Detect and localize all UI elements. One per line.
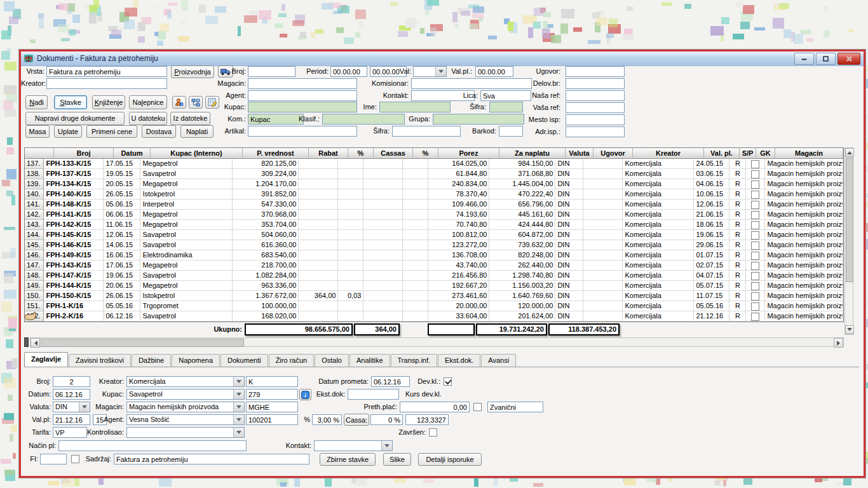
cell-p-vrednost[interactable]: 963.336,00 (233, 281, 299, 291)
cassa-button[interactable]: Cassa: (344, 414, 369, 426)
cell-broj[interactable]: FPH-137-K/15 (44, 169, 104, 179)
gk-checkbox[interactable] (751, 262, 759, 270)
cell-kreator[interactable]: Komercijala (623, 200, 694, 210)
cell-kreator[interactable]: Komercijala (623, 261, 694, 271)
val-combo[interactable] (413, 66, 447, 77)
ugovor-input[interactable] (566, 66, 625, 77)
cell-datum[interactable]: 06.12.16 (104, 311, 140, 322)
nalepnice-button[interactable]: Nalepnice (129, 95, 167, 109)
cell-sp[interactable]: R (729, 281, 746, 291)
header-gk[interactable]: GK (756, 148, 775, 159)
cell-val-pl[interactable]: 19.06.15 (694, 230, 729, 240)
cell-magacin[interactable]: Magacin hemijskih proizvoda (765, 189, 843, 200)
vrsta-input[interactable] (46, 66, 167, 77)
nasa-ref-input[interactable] (566, 90, 625, 101)
cell-val-pl[interactable]: 11.07.15 (694, 291, 729, 301)
cell-kreator[interactable]: Komercijala (623, 210, 694, 220)
cell-magacin[interactable]: Magacin hemijskih proizvoda (765, 250, 843, 261)
cell-cassas[interactable] (363, 200, 403, 210)
detail-kreator-combo[interactable]: Komercijala (126, 376, 245, 387)
detail-magacin-combo[interactable]: Magacin hemijskih proizvoda (126, 402, 245, 412)
scroll-left-button[interactable] (31, 338, 40, 348)
cell-za-naplatu[interactable]: 445.161,60 (489, 210, 555, 220)
row-number[interactable]: 151. (25, 301, 44, 311)
detail-valpl-input[interactable] (53, 414, 90, 425)
cell-sp[interactable]: R (729, 250, 746, 261)
cell-p-vrednost[interactable]: 1.204.170,00 (233, 179, 299, 189)
cell-magacin[interactable]: Magacin hemijskih proizvoda (765, 159, 843, 169)
header-rabat-pct[interactable]: % (348, 148, 374, 159)
naplati-button[interactable]: Naplati (180, 125, 214, 138)
cell-sp[interactable]: R (729, 240, 746, 250)
scroll-down-button[interactable] (845, 325, 854, 334)
cell-za-naplatu[interactable]: 604.872,00 (489, 230, 555, 240)
datum-prometa-input[interactable] (371, 376, 410, 387)
table-row[interactable]: 147. FPH-143-K/15 17.06.15 Megapetrol 21… (25, 261, 843, 271)
komisionar-input[interactable] (411, 78, 532, 89)
header-ugovor[interactable]: Ugovor (593, 148, 633, 159)
cell-cassas[interactable] (363, 220, 403, 230)
cell-kreator[interactable]: Komercijala (623, 311, 694, 322)
cell-cassas[interactable] (363, 261, 403, 271)
gk-checkbox[interactable] (751, 160, 759, 168)
cell-val-pl[interactable]: 29.06.15 (694, 240, 729, 250)
cell-porez[interactable]: 216.456,80 (428, 271, 489, 281)
tarifa-input[interactable] (53, 427, 87, 438)
table-row[interactable]: 146. FPH-149-K/15 16.06.15 Elektrodinami… (25, 250, 843, 261)
ekst-dok-input[interactable] (348, 389, 399, 400)
header-datum[interactable]: Datum (114, 148, 151, 159)
cell-gk[interactable] (746, 200, 765, 210)
cell-cassas-pct[interactable] (403, 281, 428, 291)
cell-valuta[interactable]: DIN (555, 189, 583, 200)
pct-input[interactable] (312, 414, 342, 425)
table-row[interactable]: 150. FPH-150-K/15 26.06.15 Istokpetrol 1… (25, 291, 843, 301)
cell-kreator[interactable]: Komercijala (623, 281, 694, 291)
cell-porez[interactable]: 240.834,00 (428, 179, 489, 189)
cell-rabat[interactable] (299, 301, 338, 311)
cell-broj[interactable]: FPH-2-K/16 (44, 311, 104, 322)
cell-valuta[interactable]: DIN (555, 281, 583, 291)
cell-kupac[interactable]: Megapetrol (140, 159, 233, 169)
pane-splitter-handle[interactable] (24, 337, 29, 347)
cell-za-naplatu[interactable]: 201.624,00 (489, 311, 555, 322)
cell-broj[interactable]: FPH-145-K/15 (44, 230, 104, 240)
dostava-button[interactable]: Dostava (142, 125, 176, 138)
gk-checkbox[interactable] (751, 272, 759, 280)
minimize-button[interactable] (794, 53, 814, 65)
cell-cassas-pct[interactable] (403, 159, 428, 169)
cell-ugovor[interactable] (583, 159, 623, 169)
cell-porez[interactable]: 43.740,00 (428, 261, 489, 271)
detail-tab[interactable]: Avansi (481, 354, 516, 367)
table-row[interactable]: 143. FPH-142-K/15 11.06.15 Megapetrol 35… (25, 220, 843, 230)
cell-rabat[interactable] (299, 200, 338, 210)
cell-rabat-pct[interactable] (338, 261, 363, 271)
cell-ugovor[interactable] (583, 179, 623, 189)
cell-rabat-pct[interactable] (338, 179, 363, 189)
barkod-input[interactable] (499, 126, 523, 137)
cell-val-pl[interactable]: 18.06.15 (694, 220, 729, 230)
cell-cassas-pct[interactable] (403, 169, 428, 179)
kupac-filter-input[interactable] (248, 102, 357, 112)
cell-valuta[interactable]: DIN (555, 261, 583, 271)
cell-valuta[interactable]: DIN (555, 291, 583, 301)
broj-filter-input[interactable] (248, 66, 295, 77)
cell-val-pl[interactable]: 21.12.16 (694, 311, 729, 322)
cell-kupac[interactable]: Savapetrol (140, 271, 233, 281)
row-number[interactable]: 142. (25, 210, 44, 220)
edit-sheet-icon-button[interactable] (205, 96, 219, 109)
cell-kreator[interactable]: Komercijala (623, 189, 694, 200)
cell-sp[interactable]: R (729, 291, 746, 301)
fi-checkbox[interactable] (71, 455, 79, 463)
cell-kupac[interactable]: Trgopromet (140, 301, 233, 311)
cell-gk[interactable] (746, 169, 765, 179)
cell-datum[interactable]: 19.06.15 (104, 271, 140, 281)
cell-broj[interactable]: FPH-142-K/15 (44, 220, 104, 230)
cell-p-vrednost[interactable]: 683.540,00 (233, 250, 299, 261)
scroll-right-button[interactable] (834, 338, 843, 348)
header-magacin[interactable]: Magacin (775, 148, 843, 159)
klasif-input[interactable] (322, 114, 405, 125)
cell-p-vrednost[interactable]: 616.360,00 (233, 240, 299, 250)
cell-cassas[interactable] (363, 210, 403, 220)
cell-rabat-pct[interactable] (338, 301, 363, 311)
slike-button[interactable]: Slike (383, 453, 411, 466)
